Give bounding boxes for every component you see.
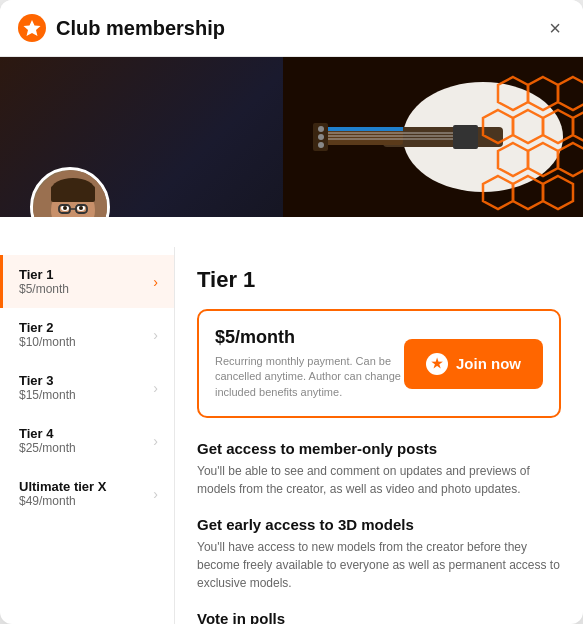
sidebar-item-tier2[interactable]: Tier 2 $10/month › [0,308,174,361]
svg-rect-23 [453,125,478,149]
close-button[interactable]: × [545,14,565,42]
svg-rect-6 [323,127,403,131]
svg-point-27 [318,142,324,148]
content-area: Tier 1 $5/month Recurring monthly paymen… [175,247,583,624]
price-description: Recurring monthly payment. Can be cancel… [215,354,404,400]
chevron-icon: › [153,380,158,396]
tier-title: Tier 1 [197,267,561,293]
benefit-1: Get access to member-only posts You'll b… [197,440,561,498]
sidebar-item-tierx[interactable]: Ultimate tier X $49/month › [0,467,174,520]
hero-illustration [283,57,583,217]
chevron-icon: › [153,433,158,449]
sidebar-item-tier1[interactable]: Tier 1 $5/month › [0,255,174,308]
star-icon [18,14,46,42]
join-btn-star-icon: ★ [426,353,448,375]
benefit-2-title: Get early access to 3D models [197,516,561,533]
svg-rect-5 [323,129,403,145]
chevron-icon: › [153,486,158,502]
join-now-button[interactable]: ★ Join now [404,339,543,389]
sidebar: Tier 1 $5/month › Tier 2 $10/month › Tie… [0,247,175,624]
benefit-1-desc: You'll be able to see and comment on upd… [197,462,561,498]
svg-point-38 [79,206,83,210]
sidebar-item-tier3[interactable]: Tier 3 $15/month › [0,361,174,414]
benefit-3: Vote in polls Vote in polls run by the c… [197,610,561,624]
header-title: Club membership [56,17,545,40]
modal-header: Club membership × [0,0,583,57]
benefit-3-title: Vote in polls [197,610,561,624]
svg-point-37 [63,206,67,210]
sidebar-item-tier4[interactable]: Tier 4 $25/month › [0,414,174,467]
chevron-icon: › [153,327,158,343]
price-card: $5/month Recurring monthly payment. Can … [197,309,561,418]
modal: Club membership × [0,0,583,624]
chevron-icon: › [153,274,158,290]
svg-point-26 [318,134,324,140]
benefit-2: Get early access to 3D models You'll hav… [197,516,561,592]
svg-point-25 [318,126,324,132]
hero-banner [0,57,583,217]
avatar [30,167,110,217]
price-info: $5/month Recurring monthly payment. Can … [215,327,404,400]
price-amount: $5/month [215,327,404,348]
svg-rect-33 [51,186,95,202]
benefit-1-title: Get access to member-only posts [197,440,561,457]
modal-body: Tier 1 $5/month › Tier 2 $10/month › Tie… [0,247,583,624]
benefit-2-desc: You'll have access to new models from th… [197,538,561,592]
